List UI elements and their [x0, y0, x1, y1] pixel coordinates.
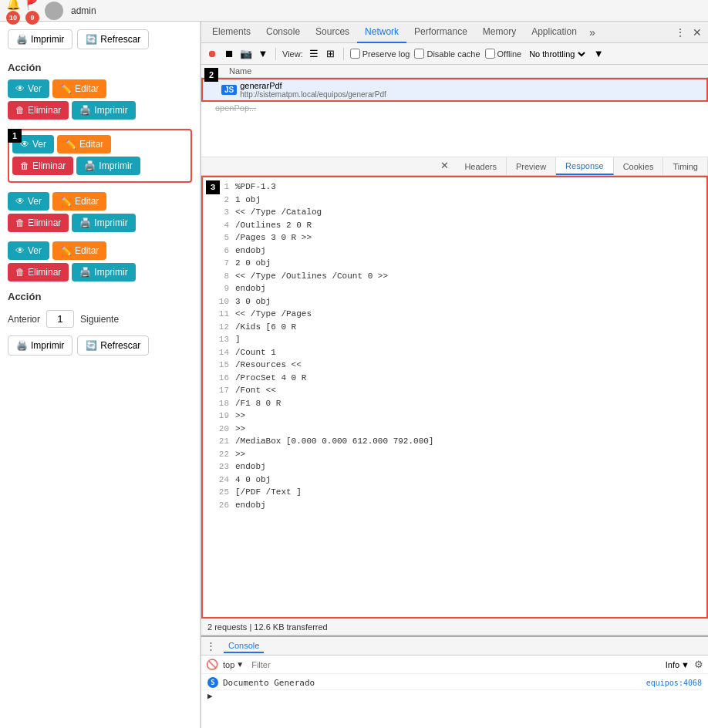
- action-row-1-bottom: 🗑 Eliminar 🖨️ Imprimir: [8, 101, 192, 120]
- tab-console[interactable]: Console: [258, 22, 308, 43]
- editar-button-3[interactable]: ✏️ Editar: [52, 192, 106, 211]
- pdf-line-10: 103 0 obj: [203, 295, 706, 308]
- console-settings-icon[interactable]: ⚙: [694, 659, 703, 670]
- network-content: 2 Name JS generarPdf http://sistematpm.l…: [201, 65, 708, 635]
- preserve-log-label[interactable]: Preserve log: [350, 49, 410, 59]
- action-row-1-top: 👁 Ver ✏️ Editar: [8, 79, 192, 98]
- eliminar-button-4[interactable]: 🗑 Eliminar: [8, 263, 69, 281]
- trash-icon-1: 🗑: [15, 105, 25, 116]
- pdf-line-5: 5/Pages 3 0 R >>: [203, 231, 706, 244]
- avatar[interactable]: [45, 2, 63, 20]
- pdf-line-content-16: /ProcSet 4 0 R: [235, 372, 306, 385]
- tab-sources[interactable]: Sources: [308, 22, 357, 43]
- devtools-close-button[interactable]: ✕: [689, 25, 705, 40]
- tab-preview[interactable]: Preview: [507, 157, 556, 175]
- filter-button[interactable]: ▼: [257, 48, 269, 60]
- ver-button-4[interactable]: 👁 Ver: [8, 241, 49, 260]
- editar-button-2[interactable]: ✏️ Editar: [57, 135, 111, 153]
- pdf-line-content-12: /Kids [6 0 R: [235, 321, 296, 334]
- eliminar-button-1[interactable]: 🗑 Eliminar: [8, 101, 69, 120]
- tab-memory[interactable]: Memory: [475, 22, 524, 43]
- camera-button[interactable]: 📷: [240, 48, 252, 60]
- more-tabs-button[interactable]: »: [585, 25, 600, 40]
- preserve-log-checkbox[interactable]: [350, 49, 360, 59]
- pdf-line-num-7: 7: [207, 257, 229, 270]
- console-clear-icon[interactable]: 🚫: [206, 659, 218, 670]
- console-context-arrow-icon: ▼: [236, 660, 244, 669]
- imprimir-button-3[interactable]: 🖨️ Imprimir: [72, 214, 135, 232]
- pdf-line-content-9: endobj: [235, 282, 266, 295]
- view-grid-icon[interactable]: ⊞: [325, 48, 337, 60]
- tab-cookies[interactable]: Cookies: [614, 157, 664, 175]
- offline-checkbox[interactable]: [485, 49, 495, 59]
- pdf-line-num-5: 5: [207, 231, 229, 244]
- console-context-selector[interactable]: top ▼: [223, 660, 244, 669]
- console-level-selector[interactable]: Info ▼: [666, 660, 689, 669]
- editar-button-1[interactable]: ✏️ Editar: [52, 79, 106, 98]
- pdf-line-content-23: endobj: [235, 460, 266, 474]
- devtools-header-icons: ⋮ ✕: [673, 25, 705, 40]
- pdf-line-content-2: 1 obj: [235, 194, 261, 207]
- ver-button-3[interactable]: 👁 Ver: [8, 192, 49, 211]
- file-name-2: openPop...: [215, 103, 256, 113]
- ver-button-1[interactable]: 👁 Ver: [8, 79, 49, 98]
- printer-icon: 🖨️: [16, 34, 28, 45]
- response-panel: ✕ Headers Preview Response Cookies Timin…: [201, 157, 708, 618]
- response-close-button[interactable]: ✕: [434, 157, 455, 175]
- tab-timing[interactable]: Timing: [663, 157, 708, 175]
- throttle-chevron-icon[interactable]: ▼: [592, 48, 605, 60]
- tab-performance[interactable]: Performance: [406, 22, 475, 43]
- flag-icon[interactable]: 🚩 9: [25, 0, 40, 25]
- tab-headers[interactable]: Headers: [455, 157, 507, 175]
- throttle-select[interactable]: No throttling: [526, 49, 588, 59]
- eliminar-button-2[interactable]: 🗑 Eliminar: [12, 157, 73, 175]
- action-group-2-highlighted: 1 👁 Ver ✏️ Editar 🗑 Eliminar 🖨️ I: [8, 129, 192, 183]
- pdf-line-content-1: %PDF-1.3: [235, 180, 276, 194]
- tab-network[interactable]: Network: [357, 22, 406, 43]
- pdf-line-content-24: 4 0 obj: [235, 474, 271, 487]
- notification-count: 10: [6, 11, 20, 25]
- console-filter-input[interactable]: [248, 659, 661, 671]
- console-tab[interactable]: Console: [224, 639, 264, 653]
- bottom-refresh-button[interactable]: 🔄 Refrescar: [77, 335, 149, 356]
- pdf-line-num-3: 3: [207, 206, 229, 219]
- top-print-button[interactable]: 🖨️ Imprimir: [8, 29, 72, 49]
- imprimir-button-4[interactable]: 🖨️ Imprimir: [72, 263, 135, 281]
- top-refresh-button[interactable]: 🔄 Refrescar: [77, 29, 149, 49]
- pdf-line-19: 19>>: [203, 410, 706, 423]
- refresh-icon: 🔄: [86, 34, 97, 45]
- record-button[interactable]: ⏺: [206, 48, 218, 60]
- tab-application[interactable]: Application: [524, 22, 585, 43]
- stop-button[interactable]: ⏹: [223, 48, 235, 60]
- page-input[interactable]: [46, 310, 74, 328]
- disable-cache-label[interactable]: Disable cache: [414, 49, 480, 59]
- trash-icon-3: 🗑: [15, 217, 25, 228]
- console-log-source[interactable]: equipos:4068: [646, 679, 702, 687]
- network-column-header: Name: [201, 65, 708, 78]
- pdf-line-content-20: >>: [235, 423, 245, 436]
- bottom-print-button[interactable]: 🖨️ Imprimir: [8, 335, 72, 356]
- console-expand-arrow[interactable]: ▶: [207, 690, 702, 702]
- tab-elements[interactable]: Elements: [204, 22, 258, 43]
- tab-response[interactable]: Response: [556, 157, 614, 175]
- notification-bell-icon[interactable]: 🔔 10: [6, 0, 21, 25]
- pdf-line-content-14: /Count 1: [235, 346, 276, 359]
- network-file-row-1[interactable]: JS generarPdf http://sistematpm.local/eq…: [201, 78, 708, 102]
- imprimir-button-2[interactable]: 🖨️ Imprimir: [76, 157, 140, 175]
- view-list-icon[interactable]: ☰: [308, 48, 320, 60]
- disable-cache-checkbox[interactable]: [414, 49, 424, 59]
- imprimir-button-1[interactable]: 🖨️ Imprimir: [72, 101, 135, 120]
- action-row-3-top: 👁 Ver ✏️ Editar: [8, 192, 192, 211]
- console-dots-icon[interactable]: ⋮: [206, 640, 216, 652]
- pdf-line-num-21: 21: [207, 435, 229, 448]
- network-file-row-2[interactable]: openPop...: [201, 102, 708, 114]
- pdf-line-num-10: 10: [207, 295, 229, 308]
- file-badge-1: JS: [221, 85, 237, 95]
- offline-label[interactable]: Offline: [485, 49, 522, 59]
- console-log-row: S Documento Generado equipos:4068: [207, 676, 702, 690]
- devtools-options-button[interactable]: ⋮: [673, 25, 688, 40]
- pdf-line-17: 17/Font <<: [203, 384, 706, 397]
- top-bar: 🔔 10 🚩 9 admin: [0, 0, 708, 22]
- editar-button-4[interactable]: ✏️ Editar: [52, 241, 106, 260]
- eliminar-button-3[interactable]: 🗑 Eliminar: [8, 214, 69, 232]
